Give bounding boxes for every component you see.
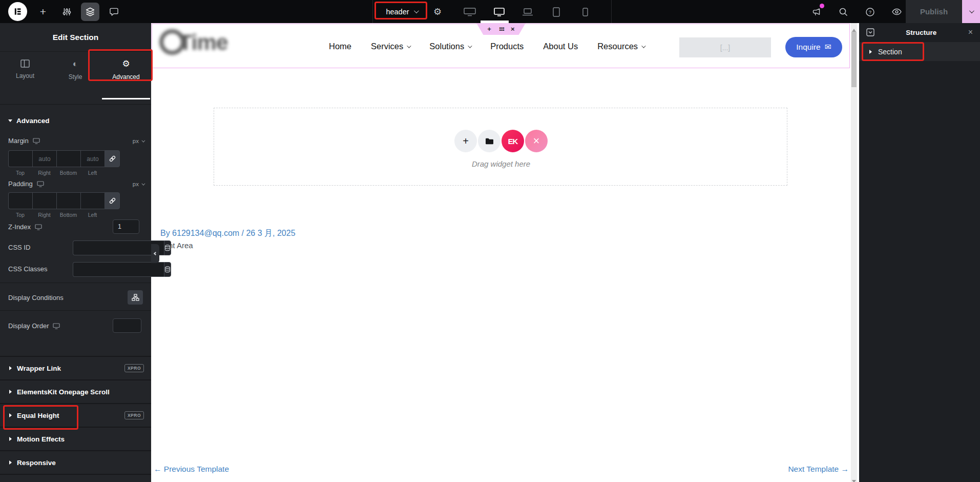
- section-motion-effects[interactable]: Motion Effects: [0, 427, 151, 450]
- margin-right-input[interactable]: [32, 150, 56, 167]
- database-icon: [164, 245, 171, 251]
- chevron-down-icon: [969, 8, 974, 13]
- search-placeholder-text: [...]: [720, 44, 730, 52]
- nav-item-about-us[interactable]: About Us: [543, 42, 578, 51]
- device-desktop-button[interactable]: [489, 3, 509, 21]
- margin-link-values-button[interactable]: [105, 150, 120, 167]
- section-equal-height[interactable]: Equal Height XPRO: [0, 403, 151, 427]
- elementor-editor: Time Home Services Solutions Products Ab…: [0, 0, 980, 482]
- css-classes-input[interactable]: [73, 262, 164, 277]
- elementskit-button[interactable]: EK: [502, 130, 524, 152]
- xpro-addon-button[interactable]: ×: [525, 130, 548, 152]
- link-icon: [109, 155, 116, 162]
- notes-button[interactable]: [105, 3, 123, 21]
- nav-item-solutions[interactable]: Solutions: [429, 42, 471, 51]
- caret-right-icon: [9, 460, 12, 465]
- padding-unit-select[interactable]: px: [133, 181, 144, 187]
- tab-style[interactable]: ◐ Style: [50, 52, 100, 104]
- structure-item-section[interactable]: Section: [859, 42, 980, 61]
- chevron-left-icon: [153, 252, 157, 255]
- padding-label-row: Padding: [8, 180, 44, 188]
- nav-item-services[interactable]: Services: [371, 42, 410, 51]
- document-settings-button[interactable]: ⚙: [428, 3, 447, 21]
- gear-icon: ⚙: [122, 59, 130, 69]
- dynamic-tags-button[interactable]: [164, 262, 171, 277]
- document-switcher[interactable]: header: [380, 4, 423, 19]
- drag-widget-area[interactable]: + EK × Drag widget here: [214, 108, 787, 186]
- canvas-scrollbar-thumb[interactable]: [851, 32, 857, 87]
- section-wrapper-link[interactable]: Wrapper Link XPRO: [0, 356, 151, 379]
- margin-left-input[interactable]: [80, 150, 105, 167]
- mobile-icon: [582, 8, 588, 16]
- section-attributes[interactable]: Attributes: [0, 474, 151, 482]
- padding-link-values-button[interactable]: [105, 192, 120, 209]
- post-byline-link[interactable]: By 6129134@qq.com / 26 3 月, 2025: [160, 228, 296, 239]
- margin-dim-labels: TopRight BottomLeft: [8, 170, 129, 176]
- elementor-menu-button[interactable]: [8, 2, 27, 21]
- display-order-input[interactable]: [113, 318, 141, 333]
- panel-title: Edit Section: [0, 23, 151, 52]
- add-widget-button[interactable]: +: [454, 130, 477, 152]
- css-id-field: [73, 240, 143, 255]
- device-laptop-button[interactable]: [517, 3, 538, 21]
- add-section-icon[interactable]: +: [487, 26, 491, 32]
- padding-right-input[interactable]: [32, 192, 56, 209]
- padding-left-input[interactable]: [80, 192, 105, 209]
- collapse-all-button[interactable]: [866, 28, 874, 36]
- css-id-input[interactable]: [73, 240, 164, 255]
- margin-label: Margin: [8, 137, 29, 145]
- inquire-button[interactable]: Inquire ✉: [785, 37, 842, 57]
- template-library-button[interactable]: [478, 130, 501, 152]
- header-search-placeholder[interactable]: [...]: [679, 37, 771, 57]
- divider: [0, 310, 151, 311]
- site-settings-button[interactable]: [57, 3, 76, 21]
- structure-panel: Structure × Section: [859, 23, 980, 482]
- structure-toggle-button[interactable]: [81, 3, 99, 21]
- help-button[interactable]: ?: [861, 3, 879, 21]
- panel-collapse-handle[interactable]: [151, 244, 159, 263]
- device-widescreen-button[interactable]: [460, 3, 480, 21]
- topbar-divider: [611, 0, 612, 23]
- previous-template-link[interactable]: ← Previous Template: [154, 465, 229, 474]
- device-tablet-button[interactable]: [546, 3, 567, 21]
- eye-icon: [892, 8, 902, 15]
- tab-style-label: Style: [69, 73, 82, 81]
- tab-advanced[interactable]: ⚙ Advanced: [101, 52, 151, 104]
- layers-icon: [86, 7, 95, 16]
- z-index-input[interactable]: [113, 219, 139, 234]
- preview-button[interactable]: [887, 3, 906, 21]
- edit-section-panel: Edit Section Layout ◐ Style ⚙ Advanced A…: [0, 23, 151, 482]
- margin-top-input[interactable]: [8, 150, 32, 167]
- finder-search-button[interactable]: [834, 3, 852, 21]
- chevron-down-icon: [414, 8, 419, 13]
- scroll-down-arrow[interactable]: [852, 476, 856, 482]
- canvas-scrollbar[interactable]: [851, 23, 857, 482]
- dynamic-tags-button[interactable]: [164, 240, 171, 255]
- publish-options-button[interactable]: [962, 0, 980, 23]
- next-template-link[interactable]: Next Template →: [788, 465, 849, 474]
- padding-bottom-input[interactable]: [56, 192, 80, 209]
- nav-item-resources[interactable]: Resources: [597, 42, 644, 51]
- margin-unit-select[interactable]: px: [133, 138, 144, 144]
- drag-section-icon[interactable]: ⠿: [498, 26, 505, 31]
- margin-bottom-input[interactable]: [56, 150, 80, 167]
- publish-button[interactable]: Publish: [906, 0, 962, 23]
- section-responsive[interactable]: Responsive: [0, 450, 151, 474]
- tab-layout[interactable]: Layout: [0, 52, 50, 104]
- z-index-label-row: Z-Index: [8, 223, 42, 231]
- advanced-section-heading[interactable]: Advanced: [8, 117, 50, 125]
- device-mobile-button[interactable]: [575, 3, 595, 21]
- nav-item-home[interactable]: Home: [329, 42, 351, 51]
- display-conditions-button[interactable]: [128, 290, 143, 305]
- section-elementskit-onepage-scroll[interactable]: ElementsKit Onepage Scroll: [0, 379, 151, 403]
- close-icon[interactable]: ×: [968, 28, 973, 37]
- display-conditions-label: Display Conditions: [8, 294, 64, 302]
- chevron-down-icon: [141, 138, 145, 142]
- nav-item-products[interactable]: Products: [490, 42, 524, 51]
- padding-top-input[interactable]: [8, 192, 32, 209]
- section-handle[interactable]: + ⠿ ×: [476, 23, 526, 35]
- delete-section-icon[interactable]: ×: [511, 26, 515, 32]
- drag-widget-hint: Drag widget here: [214, 159, 788, 168]
- widescreen-icon: [464, 7, 476, 16]
- add-element-button[interactable]: +: [34, 3, 52, 21]
